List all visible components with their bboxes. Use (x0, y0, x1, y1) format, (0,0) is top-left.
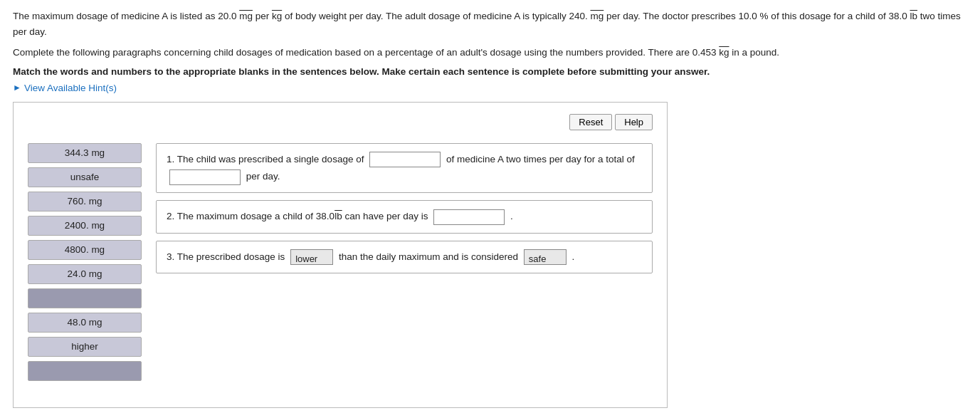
hint-label: View Available Hint(s) (24, 83, 117, 93)
content-area: 344.3 mg unsafe 760. mg 2400. mg 4800. m… (28, 143, 653, 381)
sentences-area: 1. The child was prescribed a single dos… (156, 143, 653, 381)
instruction-text: Match the words and numbers to the appro… (13, 66, 967, 77)
sentence1-suffix: per day. (246, 171, 280, 182)
word-item-2400mg[interactable]: 2400. mg (28, 216, 142, 236)
main-container: Reset Help 344.3 mg unsafe 760. mg 2400.… (13, 102, 668, 408)
sentence1-blank1[interactable] (369, 152, 441, 167)
sentence3-blank2[interactable]: safe (524, 249, 567, 265)
word-item-760mg[interactable]: 760. mg (28, 192, 142, 211)
sentence3-suffix: . (572, 251, 575, 262)
sentence3-prefix: 3. The prescribed dosage is (167, 251, 285, 262)
sentence1-middle: of medicine A two times per day for a to… (446, 154, 635, 164)
word-item-unsafe[interactable]: unsafe (28, 167, 142, 187)
hint-link[interactable]: ► View Available Hint(s) (13, 83, 967, 93)
sentence-2: 2. The maximum dosage a child of 38.0lb … (156, 200, 653, 233)
sentence2-blank1[interactable] (433, 209, 505, 225)
word-item-empty1 (28, 288, 142, 308)
word-bank: 344.3 mg unsafe 760. mg 2400. mg 4800. m… (28, 143, 142, 381)
intro-line2: Complete the following paragraphs concer… (13, 45, 967, 61)
sentence1-blank2[interactable] (169, 169, 241, 185)
sentence3-blank1[interactable]: lower (290, 249, 333, 265)
word-item-48mg[interactable]: 48.0 mg (28, 313, 142, 333)
word-item-higher[interactable]: higher (28, 337, 142, 357)
word-item-24mg[interactable]: 24.0 mg (28, 264, 142, 284)
button-row: Reset Help (28, 114, 653, 130)
sentence1-prefix: 1. The child was prescribed a single dos… (167, 154, 364, 164)
word-item-empty2 (28, 361, 142, 381)
word-item-344mg[interactable]: 344.3 mg (28, 143, 142, 163)
sentence-3: 3. The prescribed dosage is lower than t… (156, 241, 653, 273)
sentence2-suffix: . (510, 211, 513, 221)
sentence2-prefix: 2. The maximum dosage a child of 38.0lb … (167, 211, 428, 221)
reset-button[interactable]: Reset (569, 114, 612, 130)
help-button[interactable]: Help (615, 114, 653, 130)
hint-arrow-icon: ► (13, 83, 21, 93)
intro-line1: The maximum dosage of medicine A is list… (13, 9, 967, 39)
sentence-1: 1. The child was prescribed a single dos… (156, 143, 653, 194)
word-item-4800mg[interactable]: 4800. mg (28, 240, 142, 260)
sentence3-middle: than the daily maximum and is considered (339, 251, 518, 262)
